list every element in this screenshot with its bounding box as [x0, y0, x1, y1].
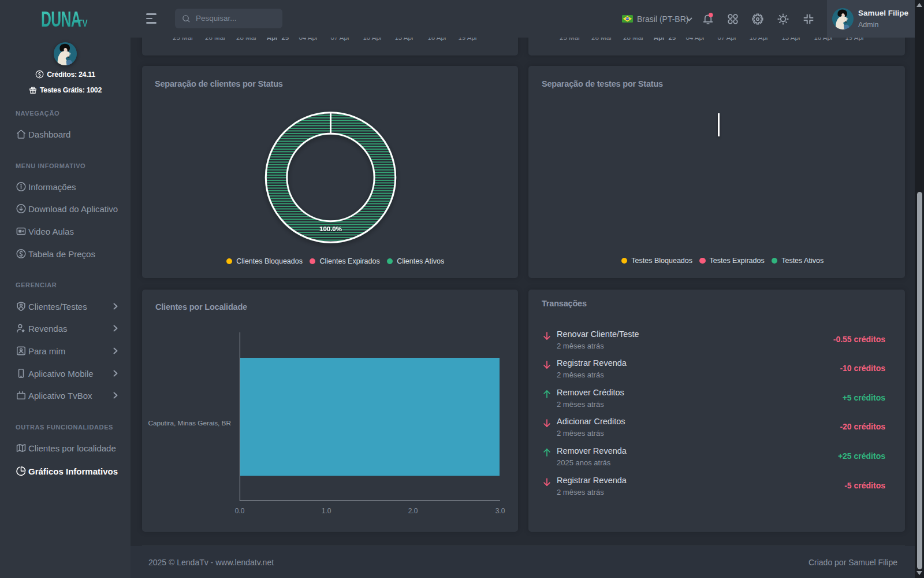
svg-text:100.0%: 100.0% [319, 225, 342, 232]
